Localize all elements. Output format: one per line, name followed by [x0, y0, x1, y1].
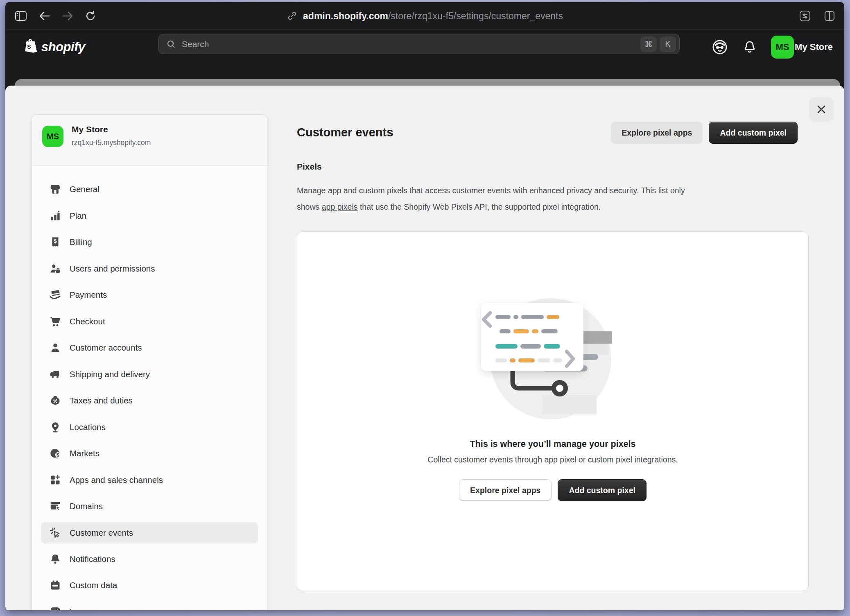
empty-state-subtitle: Collect customer events through app pixe… — [297, 455, 808, 464]
sidebar-item-shipping-and-delivery[interactable]: Shipping and delivery — [41, 361, 258, 388]
sidebar-item-apps-and-sales-channels[interactable]: Apps and sales channels — [41, 467, 258, 494]
sidebar-item-plan[interactable]: Plan — [41, 203, 258, 229]
browser-settings-icon[interactable] — [796, 7, 814, 25]
store-card: MS My Store rzq1xu-f5.myshopify.com — [32, 115, 267, 166]
bell-icon — [49, 553, 61, 565]
moneybag-icon — [49, 394, 61, 407]
cmd-key-badge: ⌘ — [640, 36, 657, 52]
explore-pixel-apps-button[interactable]: Explore pixel apps — [611, 122, 703, 144]
store-icon — [49, 183, 61, 195]
k-key-badge: K — [660, 36, 676, 52]
language-icon — [49, 606, 61, 610]
pixels-description: Manage app and custom pixels that access… — [297, 182, 690, 215]
plan-icon — [49, 210, 61, 222]
shopify-header: S shopify ⌘ K MS My Store — [5, 30, 844, 64]
settings-sidebar: MS My Store rzq1xu-f5.myshopify.com Gene… — [32, 115, 267, 610]
browser-window: admin.shopify.com/store/rzq1xu-f5/settin… — [5, 2, 844, 610]
app-pixels-link[interactable]: app pixels — [322, 202, 358, 211]
link-icon — [287, 11, 297, 21]
pixels-illustration — [475, 293, 631, 428]
shopify-bag-icon: S — [23, 39, 38, 55]
split-view-icon[interactable] — [821, 7, 839, 25]
url-host: admin.shopify.com — [303, 10, 388, 21]
pin-icon — [49, 421, 61, 433]
payments-icon — [49, 289, 61, 301]
settings-modal: MS My Store rzq1xu-f5.myshopify.com Gene… — [5, 86, 844, 610]
users-icon — [49, 263, 61, 275]
settings-nav: General Plan Billing Users and permissio… — [32, 166, 267, 610]
sidebar-item-billing[interactable]: Billing — [41, 229, 258, 256]
cart-icon — [49, 315, 61, 328]
globe-icon — [49, 447, 61, 460]
pixels-empty-state-card: This is where you’ll manage your pixels … — [297, 231, 809, 591]
empty-state-title: This is where you’ll manage your pixels — [297, 439, 808, 449]
explore-pixel-apps-button-card[interactable]: Explore pixel apps — [459, 479, 552, 501]
store-avatar: MS — [42, 126, 63, 147]
pixels-section-title: Pixels — [297, 162, 322, 172]
store-name: My Store — [72, 125, 108, 134]
sidebar-item-domains[interactable]: Domains — [41, 493, 258, 520]
sidebar-item-general[interactable]: General — [41, 176, 258, 203]
sidebar-item-payments[interactable]: Payments — [41, 282, 258, 308]
browser-toolbar: admin.shopify.com/store/rzq1xu-f5/settin… — [5, 2, 844, 30]
store-domain: rzq1xu-f5.myshopify.com — [72, 138, 151, 147]
notifications-bell-icon[interactable] — [742, 39, 757, 55]
description-text-2: that use the Shopify Web Pixels API, the… — [358, 202, 601, 211]
account-name: My Store — [795, 42, 833, 52]
sidebar-item-taxes-and-duties[interactable]: Taxes and duties — [41, 387, 258, 414]
billing-icon — [49, 236, 61, 248]
sidebar-item-checkout[interactable]: Checkout — [41, 308, 258, 335]
desktop: admin.shopify.com/store/rzq1xu-f5/settin… — [0, 0, 850, 616]
truck-icon — [49, 368, 61, 380]
add-custom-pixel-button-card[interactable]: Add custom pixel — [558, 479, 647, 501]
sidebar-item-markets[interactable]: Markets — [41, 440, 258, 467]
persona-extension-icon[interactable] — [711, 38, 728, 56]
back-icon[interactable] — [36, 7, 54, 25]
person-icon — [49, 342, 61, 354]
search-icon — [166, 39, 176, 49]
sidebar-item-customer-events[interactable]: Customer events — [41, 522, 258, 544]
sidebar-item-languages[interactable]: Languages — [41, 599, 258, 611]
apps-icon — [49, 474, 61, 486]
forward-icon[interactable] — [59, 7, 77, 25]
data-icon — [49, 579, 61, 591]
page-title: Customer events — [297, 126, 393, 139]
sidebar-item-customer-accounts[interactable]: Customer accounts — [41, 335, 258, 361]
sidebar-item-users-and-permissions[interactable]: Users and permissions — [41, 256, 258, 282]
close-icon[interactable] — [809, 97, 834, 122]
url-path: /store/rzq1xu-f5/settings/customer_event… — [388, 10, 563, 21]
pointer-icon — [49, 527, 61, 539]
account-menu[interactable]: MS My Store — [771, 36, 833, 59]
domains-icon — [49, 500, 61, 512]
shopify-wordmark: shopify — [41, 40, 85, 54]
sidebar-item-notifications[interactable]: Notifications — [41, 546, 258, 573]
sidebar-item-locations[interactable]: Locations — [41, 414, 258, 441]
search-bar[interactable]: ⌘ K — [158, 34, 680, 54]
url-bar[interactable]: admin.shopify.com/store/rzq1xu-f5/settin… — [287, 10, 563, 21]
sidebar-toggle-icon[interactable] — [12, 7, 30, 25]
sidebar-item-custom-data[interactable]: Custom data — [41, 572, 258, 599]
reload-icon[interactable] — [81, 7, 99, 25]
shopify-logo: S shopify — [23, 39, 85, 55]
add-custom-pixel-button[interactable]: Add custom pixel — [709, 122, 798, 144]
search-input[interactable] — [181, 39, 638, 50]
account-avatar: MS — [771, 36, 794, 59]
svg-text:S: S — [27, 43, 31, 50]
